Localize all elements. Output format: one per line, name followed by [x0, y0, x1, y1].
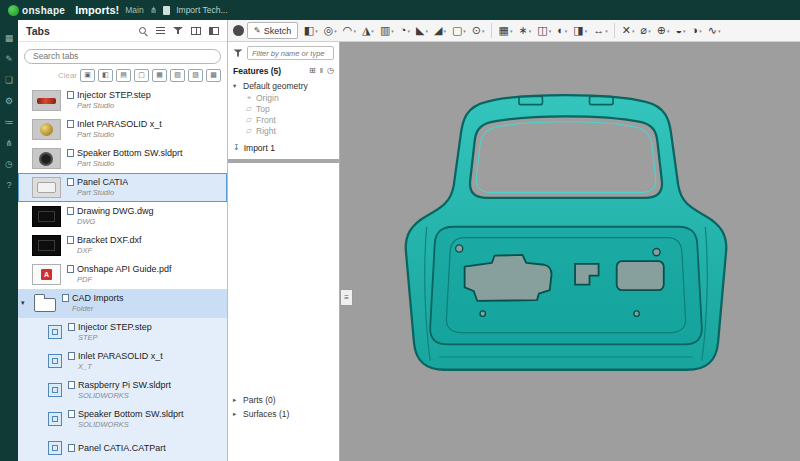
measure-tool-icon[interactable]: ⌀ ▾ [638, 22, 653, 40]
versions-icon[interactable]: ⋔ [5, 139, 13, 148]
tab-row[interactable]: ▾ Panel CATIA Part Studio [18, 173, 227, 202]
filter-part-studio-icon[interactable]: ▣ [80, 69, 95, 82]
tasks-icon[interactable]: ≔ [5, 118, 14, 127]
revolve-tool-icon[interactable]: ◎ ▾ [321, 22, 339, 40]
help-icon[interactable]: ? [6, 181, 11, 190]
filter-funnel-icon[interactable] [173, 26, 183, 36]
tab-row[interactable]: ▾ CAD Imports Folder [18, 289, 227, 318]
toolbar-separator[interactable]: ▾ [491, 23, 492, 38]
geometry-item[interactable]: ▱ Right [228, 125, 339, 136]
chamfer-tool-icon[interactable]: ◣ ▾ [413, 22, 430, 40]
hole-tool-icon[interactable]: ⊙ ▾ [469, 22, 487, 40]
linked-document-name[interactable]: Import Tech... [176, 5, 227, 15]
tab-row[interactable]: ▾ Raspberry Pi SW.sldprt SOLIDWORKS [18, 376, 227, 405]
filter-drawing-icon[interactable]: ▤ [116, 69, 131, 82]
geometry-item[interactable]: ▱ Top [228, 103, 339, 114]
chevron-down-icon[interactable]: ▾ [21, 299, 25, 307]
panel-model[interactable] [385, 88, 747, 380]
filter-material-icon[interactable]: ▩ [206, 69, 221, 82]
boolean-tool-icon[interactable]: ◐ ▾ [555, 22, 570, 40]
tab-subtitle: STEP [68, 333, 152, 342]
thumbnail-injector [32, 90, 61, 111]
grid-view-icon[interactable] [191, 27, 201, 35]
filter-image-icon[interactable]: ▧ [170, 69, 185, 82]
comment-icon[interactable]: ❏ [5, 76, 13, 85]
version-branch-icon[interactable]: ⋔ [150, 6, 158, 15]
filter-blob-icon[interactable]: ▢ [134, 69, 149, 82]
mate-connector-tool-icon[interactable]: ⊕ ▾ [654, 22, 672, 40]
plane-icon: ▱ [245, 115, 253, 124]
settings-icon[interactable]: ⚙ [5, 97, 13, 106]
document-title: Imports! [75, 4, 119, 16]
tab-meta: Raspberry Pi SW.sldprt SOLIDWORKS [68, 380, 171, 400]
split-tool-icon[interactable]: ◨ ▾ [571, 22, 590, 40]
surfaces-section[interactable]: ▸ Surfaces (1) [228, 407, 339, 421]
sort-list-icon[interactable] [156, 26, 165, 35]
tab-row[interactable]: ▾ Inlet PARASOLID x_t X_T [18, 347, 227, 376]
geometry-item[interactable]: ▱ Front [228, 114, 339, 125]
feature-import-1[interactable]: ↧ Import 1 [228, 141, 339, 154]
thumbnail-inlet [32, 119, 61, 140]
tab-row[interactable]: ▾ Injector STEP.step Part Studio [18, 86, 227, 115]
tab-row[interactable]: ▾ Panel CATIA.CATPart [18, 434, 227, 461]
chevron-right-icon[interactable]: ▸ [233, 396, 240, 404]
chevron-down-icon: ▾ [683, 28, 686, 34]
default-geometry-label: Default geometry [243, 81, 308, 91]
tab-row[interactable]: ▾ Onshape API Guide.pdf PDF [18, 260, 227, 289]
tab-row[interactable]: ▾ Inlet PARASOLID x_t Part Studio [18, 115, 227, 144]
fillet-tool-icon[interactable]: ◔ ▾ [397, 22, 412, 40]
collapse-panel-icon[interactable] [209, 27, 219, 35]
clear-filters-button[interactable]: Clear [58, 71, 77, 80]
chevron-down-icon[interactable]: ▾ [233, 82, 240, 90]
tab-row[interactable]: ▾ Drawing DWG.dwg DWG [18, 202, 227, 231]
tab-row[interactable]: ▾ Bracket DXF.dxf DXF [18, 231, 227, 260]
thumbnail-speaker [32, 148, 61, 169]
thicken-tool-icon[interactable]: ▥ ▾ [377, 22, 396, 40]
origin-icon: ⌖ [245, 93, 253, 103]
pause-icon[interactable]: ‖ [320, 67, 323, 75]
features-filter-input[interactable] [247, 46, 334, 60]
tab-row[interactable]: ▾ Speaker Bottom SW.sldprt SOLIDWORKS [18, 405, 227, 434]
search-tabs-input[interactable] [24, 49, 221, 64]
appearance-tool-icon[interactable]: ◑ ▾ [689, 22, 704, 40]
workspace-name[interactable]: Main [125, 5, 143, 15]
search-icon[interactable] [138, 26, 148, 36]
apps-grid-icon[interactable]: ▦ [5, 34, 14, 43]
sweep-tool-icon[interactable]: ◠ ▾ [340, 22, 358, 40]
filter-funnel-icon[interactable] [234, 49, 243, 58]
assistant-icon[interactable] [233, 25, 244, 36]
toolbar-separator[interactable]: ▾ [614, 23, 615, 38]
history-icon[interactable]: ◷ [5, 160, 13, 169]
filter-assembly-icon[interactable]: ◧ [98, 69, 113, 82]
feature-toolbar: ✎ Sketch ◧ ▾ ◎ ▾ ◠ ▾ [228, 20, 800, 42]
transform-tool-icon[interactable]: ↔ ▾ [591, 22, 611, 40]
feedback-icon[interactable]: ✎ [5, 55, 13, 64]
loft-tool-icon[interactable]: ◮ ▾ [359, 22, 376, 40]
tab-meta: Panel CATIA Part Studio [67, 177, 128, 197]
circular-pattern-tool-icon[interactable]: ∗ ▾ [516, 22, 534, 40]
section-view-tool-icon[interactable]: ◒ ▾ [673, 22, 688, 40]
filter-code-icon[interactable]: ▨ [188, 69, 203, 82]
thumbnail-dwg [32, 206, 61, 227]
chevron-right-icon[interactable]: ▸ [233, 410, 240, 418]
feature-default-geometry[interactable]: ▾ Default geometry [228, 79, 339, 92]
draft-tool-icon[interactable]: ◢ ▾ [431, 22, 448, 40]
linear-pattern-tool-icon[interactable]: ▦ ▾ [496, 22, 515, 40]
rollback-marker-icon[interactable]: ⊞ [309, 67, 316, 75]
viewport-canvas[interactable] [340, 42, 800, 461]
curve-tool-icon[interactable]: ∿ ▾ [705, 22, 723, 40]
mirror-tool-icon[interactable]: ◫ ▾ [535, 22, 554, 40]
geometry-item[interactable]: ⌖ Origin [228, 92, 339, 103]
panel-resize-handle[interactable]: ≡ [340, 289, 353, 306]
tab-row[interactable]: ▾ Speaker Bottom SW.sldprt Part Studio [18, 144, 227, 173]
sketch-button[interactable]: ✎ Sketch [247, 22, 298, 39]
tab-row[interactable]: ▾ Injector STEP.step STEP [18, 318, 227, 347]
shell-tool-icon[interactable]: ▢ ▾ [449, 22, 468, 40]
parts-section[interactable]: ▸ Parts (0) [228, 393, 339, 407]
extrude-tool-icon[interactable]: ◧ ▾ [301, 22, 320, 40]
chevron-down-icon: ▾ [334, 28, 337, 34]
filter-pdf-icon[interactable]: ▦ [152, 69, 167, 82]
history-icon[interactable]: ◷ [327, 67, 334, 75]
delete-tool-icon[interactable]: ✕ ▾ [619, 22, 637, 40]
onshape-logo[interactable]: onshape [8, 5, 65, 16]
